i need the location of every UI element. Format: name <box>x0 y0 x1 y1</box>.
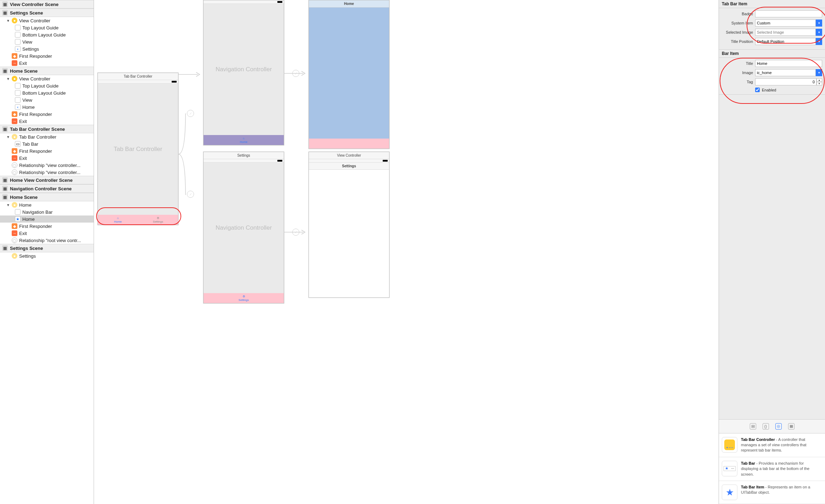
disclosure-triangle-icon[interactable]: ▼ <box>6 77 10 81</box>
image-label: Image <box>722 71 753 75</box>
enabled-checkbox[interactable] <box>755 88 760 92</box>
outline-row[interactable]: ◆First Responder <box>0 52 94 60</box>
dropdown-button[interactable]: ▾ <box>816 69 822 76</box>
outline-row[interactable]: ★Home <box>0 215 94 223</box>
outline-row[interactable]: →Exit <box>0 60 94 67</box>
library-item[interactable]: ★ • • •Tab Bar Controller - A controller… <box>719 433 825 457</box>
outline-row[interactable]: ▼●View Controller <box>0 17 94 24</box>
tag-input[interactable] <box>755 78 816 85</box>
outline-row[interactable]: →Exit <box>0 118 94 125</box>
rel-icon: ◌ <box>12 237 17 243</box>
scene-header[interactable]: ▦Settings Scene <box>0 9 94 17</box>
file-template-tab-icon[interactable]: ▤ <box>750 423 756 430</box>
outline-row[interactable]: ◌Relationship "root view contr... <box>0 237 94 244</box>
tag-label: Tag <box>722 80 753 84</box>
dropdown-button[interactable]: ▾ <box>816 29 822 36</box>
media-library-tab-icon[interactable]: ▦ <box>788 423 794 430</box>
library-item[interactable]: ★•••Tab Bar - Provides a mechanism for d… <box>719 457 825 481</box>
scene-header[interactable]: ▦Home Scene <box>0 67 94 75</box>
library-item[interactable]: ★Tab Bar Item - Represents an item on a … <box>719 481 825 504</box>
outline-row[interactable]: ◆First Responder <box>0 223 94 230</box>
tab-settings[interactable]: ⚙ Settings <box>138 215 178 225</box>
scene-home-vc[interactable]: Home <box>309 0 389 149</box>
outline-row[interactable]: Bottom Layout Guide <box>0 89 94 96</box>
scene-header[interactable]: ▦Settings Scene <box>0 244 94 252</box>
scene-title: Settings Scene <box>10 10 43 16</box>
scene-title: Settings Scene <box>10 246 43 251</box>
badge-input[interactable] <box>755 10 822 17</box>
scene-header[interactable]: ▦View Controller Scene <box>0 0 94 9</box>
tab-bar[interactable]: ⌂ Home ⚙ Settings <box>98 215 178 225</box>
outline-row[interactable]: ◆First Responder <box>0 147 94 155</box>
selected-image-input[interactable] <box>755 29 816 36</box>
scene-header[interactable]: ▦Navigation Controller Scene <box>0 184 94 193</box>
scene-header[interactable]: ▦Home Scene <box>0 193 94 201</box>
outline-label: Exit <box>19 231 27 236</box>
outline-row[interactable]: View <box>0 38 94 45</box>
scene-header[interactable]: ▦Home View Controller Scene <box>0 176 94 184</box>
code-snippet-tab-icon[interactable]: {} <box>763 423 769 430</box>
box-icon <box>15 39 21 45</box>
outline-row[interactable]: ◌Relationship "view controller... <box>0 162 94 169</box>
outline-label: Settings <box>22 46 39 52</box>
scene-nav-controller-settings[interactable]: Settings Navigation Controller ⚙ Setting… <box>203 152 284 303</box>
outline-row[interactable]: ▼●Tab Bar Controller <box>0 133 94 140</box>
outline-row[interactable]: →Exit <box>0 230 94 237</box>
tag-stepper[interactable]: ▴▾ <box>816 78 822 85</box>
scene-settings-vc[interactable]: View Controller Settings <box>309 152 389 298</box>
title-position-label: Title Position <box>722 39 753 44</box>
scene-title: Tab Bar Controller Scene <box>10 127 65 132</box>
scene-header: Tab Bar Controller <box>98 73 178 80</box>
title-position-select[interactable] <box>755 38 816 45</box>
outline-row[interactable]: Navigation Bar <box>0 208 94 215</box>
outline-row[interactable]: View <box>0 96 94 103</box>
outline-row[interactable]: ‹Settings <box>0 45 94 52</box>
outline-label: Top Layout Guide <box>22 25 59 30</box>
outline-row[interactable]: ▼●View Controller <box>0 75 94 82</box>
dropdown-button[interactable]: ▾ <box>816 19 822 27</box>
disclosure-triangle-icon[interactable]: ▼ <box>6 19 10 23</box>
outline-row[interactable]: ▭Tab Bar <box>0 140 94 147</box>
badge-label: Badge <box>722 12 753 16</box>
home-icon: ⌂ <box>117 217 119 220</box>
scene-header[interactable]: ▦Tab Bar Controller Scene <box>0 125 94 133</box>
outline-row[interactable]: ▼●Home <box>0 201 94 208</box>
selected-image-label: Selected Image <box>722 30 753 34</box>
scene-tabbar-controller[interactable]: Tab Bar Controller Tab Bar Controller ⌂ … <box>98 73 178 225</box>
disclosure-triangle-icon[interactable]: ▼ <box>6 135 10 139</box>
outline-row[interactable]: Top Layout Guide <box>0 24 94 31</box>
scene-body <box>309 7 389 139</box>
outline-row[interactable]: Top Layout Guide <box>0 82 94 89</box>
back-icon: ‹ <box>15 104 21 110</box>
outline-label: Navigation Bar <box>22 209 52 215</box>
library-item-text: Tab Bar - Provides a mechanism for displ… <box>741 461 822 477</box>
object-library[interactable]: ★ • • •Tab Bar Controller - A controller… <box>719 433 825 504</box>
vc-w-icon: ● <box>12 253 17 259</box>
outline-row[interactable]: →Exit <box>0 155 94 162</box>
tab-home[interactable]: ⌂ Home <box>98 215 138 225</box>
outline-row[interactable]: ●Settings <box>0 252 94 259</box>
document-outline[interactable]: ▦View Controller Scene▦Settings Scene▼●V… <box>0 0 94 504</box>
outline-label: Tab Bar <box>22 141 38 147</box>
outline-label: Relationship "view controller... <box>19 163 81 168</box>
outline-label: Top Layout Guide <box>22 83 59 89</box>
object-library-tab-icon[interactable]: ◎ <box>775 423 782 430</box>
system-item-select[interactable] <box>755 19 816 27</box>
enabled-label: Enabled <box>762 88 776 92</box>
outline-row[interactable]: Bottom Layout Guide <box>0 31 94 38</box>
outline-row[interactable]: ◌Relationship "view controller... <box>0 169 94 176</box>
cube-icon: ◆ <box>12 53 17 59</box>
scene-nav-controller-home[interactable]: Navigation Controller ⌂ Home <box>203 0 284 145</box>
storyboard-canvas[interactable]: Tab Bar Controller Tab Bar Controller ⌂ … <box>94 0 719 504</box>
image-input[interactable] <box>755 69 816 76</box>
arrow-icon <box>284 229 309 236</box>
dropdown-button[interactable]: ▾ <box>816 38 822 45</box>
outline-label: First Responder <box>19 224 52 229</box>
title-input[interactable] <box>755 60 822 67</box>
outline-row[interactable]: ‹Home <box>0 103 94 111</box>
disclosure-triangle-icon[interactable]: ▼ <box>6 203 10 207</box>
vc-icon: ● <box>12 76 17 82</box>
gear-icon: ⚙ <box>157 217 159 220</box>
outline-row[interactable]: ◆First Responder <box>0 111 94 118</box>
library-tabs[interactable]: ▤ {} ◎ ▦ <box>719 419 825 433</box>
